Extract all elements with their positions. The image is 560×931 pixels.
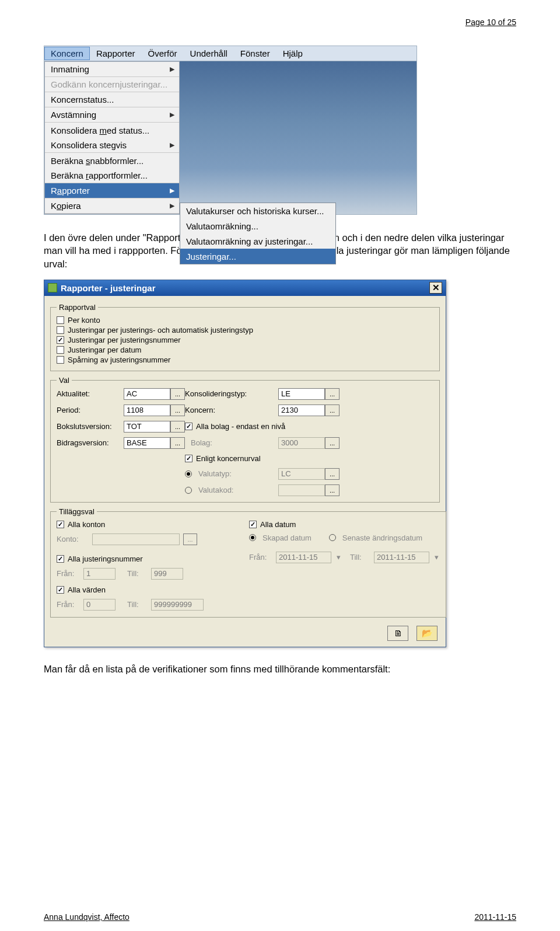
rapporter-submenu: Valutakurser och historiska kurser... Va…	[180, 203, 336, 264]
checkbox-sparning[interactable]	[57, 356, 64, 364]
submenu-valutaomrakning-just[interactable]: Valutaomräkning av justeringar...	[180, 233, 335, 249]
chevron-right-icon: ▶	[170, 202, 174, 210]
checkbox-label: Alla bolag - endast en nivå	[196, 422, 285, 431]
menu-underhall[interactable]: Underhåll	[184, 47, 234, 60]
dropdown-rapportformler[interactable]: Beräkna rapportformler...	[45, 168, 179, 183]
legend-tillaggsval: Tilläggsval	[57, 507, 97, 516]
koncern-dropdown: Inmatning ▶ Godkänn koncernjusteringar..…	[44, 61, 180, 214]
label-till-varde: Till:	[127, 600, 148, 609]
checkbox-alla-datum[interactable]: ✓	[249, 521, 257, 528]
dropdown-godkann: Godkänn koncernjusteringar...	[45, 77, 179, 92]
lookup-konto: ...	[183, 534, 197, 545]
label-konto: Konto:	[57, 535, 89, 543]
checkbox-per-datum[interactable]	[57, 346, 64, 354]
dropdown-rapporter[interactable]: Rapporter ▶	[45, 183, 179, 198]
label-till-just: Till:	[127, 569, 148, 578]
legend-val: Val	[57, 376, 72, 385]
checkbox-label: Spårning av justeringsnummer	[68, 355, 170, 364]
folder-open-icon: 📂	[422, 628, 433, 639]
lookup-bidrag[interactable]: ...	[170, 437, 185, 449]
input-koncern[interactable]: 2130	[278, 405, 325, 416]
dropdown-item-label: Godkänn koncernjusteringar...	[51, 79, 167, 89]
lookup-aktualitet[interactable]: ...	[170, 388, 185, 400]
input-konstyp[interactable]: LE	[278, 388, 325, 400]
checkbox-alla-konton[interactable]: ✓	[57, 521, 64, 528]
fieldset-tillaggsval: Tilläggsval ✓ Alla konton Konto: ...	[50, 507, 446, 618]
dropdown-kopiera[interactable]: Kopiera ▶	[45, 198, 179, 214]
input-datum-till: 2011-11-15	[374, 552, 429, 563]
dropdown-konsolidera-status[interactable]: Konsolidera med status...	[45, 123, 179, 138]
open-button[interactable]: 📂	[416, 626, 438, 641]
radio-skapad-datum	[249, 534, 256, 541]
checkbox-alla-justnr[interactable]: ✓	[57, 555, 64, 563]
chevron-right-icon: ▶	[170, 111, 174, 118]
input-datum-fran: 2011-11-15	[276, 552, 331, 563]
input-bokslut[interactable]: TOT	[124, 421, 170, 433]
rapporter-justeringar-dialog: Rapporter - justeringar ✕ Rapportval Per…	[44, 280, 446, 647]
radio-label: Valutatyp:	[198, 469, 232, 478]
checkbox-per-konto[interactable]	[57, 316, 64, 324]
menu-rapporter[interactable]: Rapporter	[90, 47, 142, 60]
checkbox-per-justtyp[interactable]	[57, 326, 64, 334]
checkbox-label: Alla datum	[260, 520, 296, 529]
footer-date: 2011-11-15	[474, 912, 516, 922]
dropdown-item-label: Rapporter	[51, 186, 90, 196]
dropdown-item-label: Koncernstatus...	[51, 95, 114, 104]
close-button[interactable]: ✕	[429, 282, 442, 294]
menu-hjalp[interactable]: Hjälp	[276, 47, 309, 60]
checkbox-per-justnr[interactable]: ✓	[57, 336, 64, 344]
dropdown-item-label: Kopiera	[51, 201, 81, 211]
menu-fonster[interactable]: Fönster	[234, 47, 276, 60]
input-aktualitet[interactable]: AC	[124, 388, 170, 400]
menu-overfor[interactable]: Överför	[142, 47, 184, 60]
dropdown-item-label: Avstämning	[51, 110, 96, 120]
checkbox-label: Enligt koncernurval	[196, 454, 261, 463]
legend-rapportval: Rapportval	[57, 303, 98, 312]
dropdown-arrow-icon: ▾	[433, 553, 440, 562]
lookup-konstyp[interactable]: ...	[325, 388, 340, 400]
dropdown-inmatning[interactable]: Inmatning ▶	[45, 62, 179, 77]
label-bidrag: Bidragsversion:	[57, 438, 124, 447]
chevron-right-icon: ▶	[170, 187, 174, 194]
lookup-valutakod: ...	[325, 484, 340, 496]
fieldset-val: Val Aktualitet: AC ... Konsolideringstyp…	[50, 376, 440, 503]
label-datum-fran: Från:	[249, 553, 272, 562]
radio-valutakod	[185, 487, 192, 494]
checkbox-label: Alla justeringsnummer	[68, 555, 143, 563]
label-bokslut: Bokslutsversion:	[57, 422, 124, 431]
dropdown-avstamning[interactable]: Avstämning ▶	[45, 107, 179, 123]
input-fran-just: 1	[83, 568, 116, 580]
submenu-justeringar[interactable]: Justeringar...	[180, 249, 335, 264]
input-period[interactable]: 1108	[124, 405, 170, 416]
submenu-valutaomrakning[interactable]: Valutaomräkning...	[180, 218, 335, 233]
label-bolag: Bolag:	[185, 438, 278, 447]
menubar: Koncern Rapporter Överför Underhåll Föns…	[44, 46, 416, 61]
app-icon	[48, 283, 57, 292]
fieldset-rapportval: Rapportval Per konto Justeringar per jus…	[50, 303, 440, 371]
radio-valutatyp	[185, 470, 192, 477]
dropdown-koncernstatus[interactable]: Koncernstatus...	[45, 92, 179, 107]
checkbox-alla-varden[interactable]: ✓	[57, 586, 64, 594]
checkbox-enligt-koncernurval[interactable]: ✓	[185, 455, 192, 462]
submenu-valutakurser[interactable]: Valutakurser och historiska kurser...	[180, 203, 335, 218]
dropdown-konsolidera-stegvis[interactable]: Konsolidera stegvis ▶	[45, 138, 179, 153]
lookup-bolag: ...	[325, 437, 340, 449]
preview-button[interactable]: 🗎	[387, 626, 408, 641]
preview-icon: 🗎	[394, 628, 402, 638]
input-valutatyp: LC	[278, 468, 325, 480]
checkbox-alla-bolag[interactable]: ✓	[185, 423, 192, 430]
lookup-koncern[interactable]: ...	[325, 405, 340, 416]
dropdown-snabbformler[interactable]: Beräkna snabbformler...	[45, 153, 179, 168]
lookup-valutatyp: ...	[325, 468, 340, 480]
input-till-varde: 999999999	[151, 599, 204, 611]
label-fran-just: Från:	[57, 569, 80, 578]
lookup-period[interactable]: ...	[170, 405, 185, 416]
input-konto	[92, 534, 180, 545]
checkbox-label: Alla konton	[68, 520, 105, 529]
input-bidrag[interactable]: BASE	[124, 437, 170, 449]
input-valutakod	[278, 484, 325, 496]
menu-koncern[interactable]: Koncern	[44, 47, 90, 60]
label-period: Period:	[57, 406, 124, 414]
lookup-bokslut[interactable]: ...	[170, 421, 185, 433]
chevron-right-icon: ▶	[170, 141, 174, 149]
